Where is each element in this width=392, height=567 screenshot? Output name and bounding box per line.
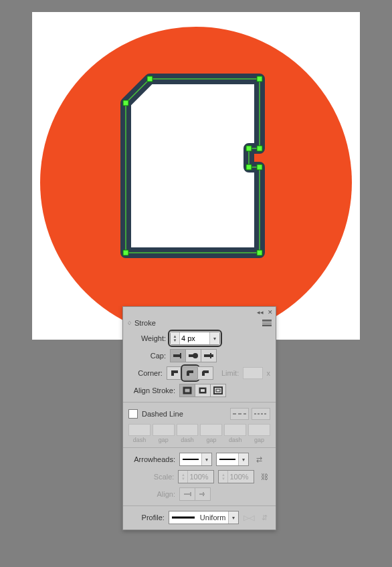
link-scale-icon: ⛓ [258, 471, 270, 483]
svg-rect-4 [204, 354, 213, 357]
anchor-point[interactable] [246, 146, 252, 151]
chevron-down-icon[interactable]: ▾ [238, 453, 248, 465]
svg-rect-8 [200, 388, 205, 392]
gap-input-3 [248, 424, 270, 436]
anchor-point[interactable] [257, 250, 262, 255]
stroke-panel: ◂◂ ✕ ♢ Stroke Weight: ▲▼ ▾ Cap: [122, 306, 276, 530]
cap-butt-button[interactable] [170, 349, 186, 362]
align-inside-button[interactable] [195, 384, 211, 397]
align-stroke-label: Align Stroke: [128, 386, 175, 394]
svg-rect-0 [173, 354, 180, 357]
profile-label: Profile: [128, 514, 165, 522]
arrow-align-extend-button [179, 487, 195, 501]
svg-rect-10 [216, 389, 220, 392]
svg-rect-9 [214, 387, 222, 394]
panel-disclosure-icon[interactable]: ♢ [127, 320, 132, 326]
gap-input-2 [200, 424, 222, 436]
close-icon[interactable]: ✕ [268, 309, 273, 316]
limit-input [243, 367, 262, 379]
anchor-point[interactable] [147, 76, 153, 82]
arrow-scale-end: ▲▼ [218, 470, 254, 483]
align-outside-button[interactable] [211, 384, 226, 397]
cap-label: Cap: [128, 352, 166, 360]
gap-input-1 [153, 424, 175, 436]
dash-preserve-exact-button[interactable] [230, 408, 249, 420]
panel-header: ◂◂ ✕ [123, 307, 276, 318]
dash-align-corners-button[interactable] [252, 408, 270, 420]
limit-unit: x [267, 369, 271, 377]
panel-menu-icon[interactable] [262, 320, 272, 326]
dashed-line-label: Dashed Line [142, 410, 183, 418]
anchor-point[interactable] [257, 76, 262, 82]
dashed-line-checkbox[interactable] [128, 409, 138, 419]
corner-bevel-button[interactable] [198, 366, 213, 380]
flip-across-icon: ⇵ [259, 512, 270, 524]
profile-select[interactable]: Uniform ▾ [169, 511, 239, 524]
dash-gap-inputs: dash gap dash gap dash gap [123, 423, 276, 445]
cap-projecting-button[interactable] [201, 349, 217, 362]
cap-round-button[interactable] [186, 349, 201, 362]
arrow-scale-label: Scale: [128, 473, 174, 481]
arrow-end-select[interactable]: ▾ [216, 453, 249, 466]
chevron-down-icon[interactable]: ▾ [209, 332, 219, 344]
weight-field[interactable] [180, 333, 209, 344]
panel-title: Stroke [134, 319, 156, 327]
profile-value: Uniform [197, 514, 229, 522]
sd-card-path[interactable] [126, 79, 260, 253]
corner-miter-button[interactable] [167, 366, 183, 380]
anchor-point[interactable] [123, 250, 128, 255]
collapse-icon[interactable]: ◂◂ [257, 309, 264, 316]
svg-point-3 [193, 353, 198, 358]
svg-rect-16 [190, 492, 191, 496]
corner-label: Corner: [128, 369, 163, 377]
corner-round-button[interactable] [183, 366, 198, 380]
anchor-point[interactable] [257, 146, 262, 151]
weight-label: Weight: [128, 334, 166, 342]
arrowheads-label: Arrowheads: [128, 455, 175, 463]
arrow-scale-start: ▲▼ [178, 470, 214, 483]
svg-rect-5 [210, 353, 211, 358]
chevron-down-icon[interactable]: ▾ [228, 512, 238, 524]
align-center-button[interactable] [179, 384, 195, 397]
svg-rect-1 [180, 353, 181, 358]
flip-along-icon: ▷◁ [243, 512, 254, 524]
swap-arrowheads-icon[interactable]: ⇄ [253, 453, 265, 465]
arrow-align-label: Align: [128, 490, 175, 498]
chevron-down-icon[interactable]: ▾ [201, 453, 211, 465]
arrow-align-end-button [195, 487, 211, 501]
anchor-point[interactable] [257, 164, 262, 170]
weight-input[interactable]: ▲▼ ▾ [170, 332, 220, 345]
stepper-arrows-icon[interactable]: ▲▼ [171, 332, 180, 344]
svg-rect-6 [184, 388, 191, 393]
dash-input-2 [177, 424, 199, 436]
limit-label: Limit: [221, 369, 239, 377]
anchor-point[interactable] [123, 100, 128, 106]
sd-card-shape[interactable] [126, 79, 260, 253]
arrow-start-select[interactable]: ▾ [179, 453, 212, 466]
dash-input-1 [128, 424, 151, 436]
anchor-point[interactable] [246, 164, 252, 170]
svg-rect-18 [203, 492, 204, 496]
artboard[interactable] [32, 12, 360, 340]
dash-input-3 [224, 424, 246, 436]
